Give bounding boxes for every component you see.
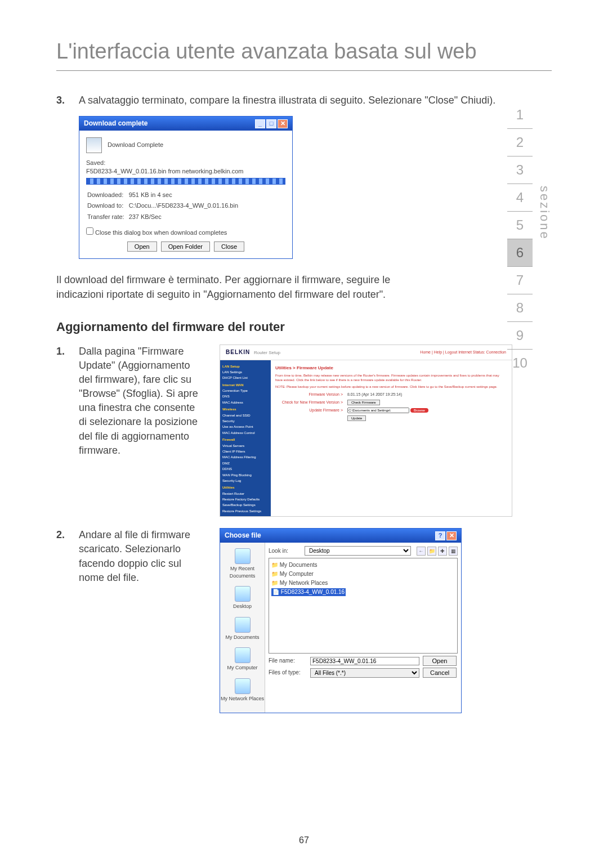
belkin-logo: BELKIN (226, 349, 250, 355)
help-icon[interactable]: ? (435, 531, 445, 540)
info-label: Transfer rate: (87, 212, 128, 222)
section-nav-5[interactable]: 5 (507, 212, 533, 239)
close-button[interactable]: Close (214, 241, 244, 252)
sidebar-head: LAN Setup (222, 363, 269, 369)
look-in-label: Look in: (269, 547, 302, 555)
section-nav-10[interactable]: 10 (507, 350, 533, 377)
place-icon (235, 586, 251, 602)
belkin-header-links[interactable]: Home | Help | Logout Internet Status: Co… (420, 350, 506, 355)
section-label: sezione (537, 186, 552, 240)
sidebar-head: Utilities (222, 484, 269, 490)
maximize-icon[interactable]: □ (266, 119, 276, 128)
firmware-path-input[interactable] (347, 408, 409, 413)
browse-button[interactable]: Browse (410, 408, 428, 413)
open-button[interactable]: Open (423, 656, 457, 666)
step-2: 2. Andare al file di firmware scaricato.… (56, 528, 203, 704)
list-item[interactable]: My Network Places (271, 579, 455, 588)
open-folder-button[interactable]: Open Folder (161, 241, 210, 252)
place-icon (235, 548, 251, 564)
section-nav-9[interactable]: 9 (507, 322, 533, 350)
file-name-input[interactable] (310, 657, 419, 665)
belkin-note-2: NOTE: Please backup your current setting… (275, 384, 507, 389)
after-download-paragraph: Il download del firmware è terminato. Pe… (56, 273, 417, 301)
sidebar-item[interactable]: Security (222, 418, 269, 424)
close-icon[interactable]: ✕ (446, 531, 457, 540)
close-when-done-checkbox[interactable]: Close this dialog box when download comp… (86, 227, 285, 237)
sidebar-item[interactable]: LAN Settings (222, 369, 269, 375)
file-type-select[interactable]: All Files (*.*) (310, 668, 419, 678)
open-button[interactable]: Open (127, 241, 157, 252)
views-icon[interactable]: ▦ (449, 547, 458, 556)
fw-version-value: 8.01.15 (Apr 14 2007 19:25:14) (347, 392, 402, 397)
sidebar-head: Firewall (222, 436, 269, 442)
section-nav-6[interactable]: 6 (507, 239, 533, 267)
sidebar-item[interactable]: Restore Previous Settings (222, 508, 269, 514)
sidebar-item[interactable]: MAC Address Control (222, 430, 269, 436)
look-in-select[interactable]: Desktop (305, 546, 411, 556)
check-fw-label: Check for New Firmware Version > (275, 400, 343, 405)
step-1-text: Dalla pagina "Firmware Update" (Aggiorna… (79, 344, 203, 509)
sidebar-item[interactable]: Connection Type (222, 388, 269, 393)
sidebar-item[interactable]: Virtual Servers (222, 443, 269, 449)
file-list[interactable]: My DocumentsMy ComputerMy Network Places… (269, 558, 458, 654)
place-item[interactable]: My Computer (220, 647, 265, 672)
cancel-button[interactable]: Cancel (423, 668, 457, 678)
file-type-label: Files of type: (269, 669, 308, 677)
info-value: 951 KB in 4 sec (129, 190, 242, 200)
list-item[interactable]: 📄 F5D8233-4_WW_0.01.16 (271, 588, 455, 597)
sidebar-item[interactable]: MAC Address (222, 400, 269, 405)
section-nav-4[interactable]: 4 (507, 184, 533, 212)
back-icon[interactable]: ← (417, 547, 426, 556)
list-item[interactable]: My Documents (271, 561, 455, 570)
section-nav-1[interactable]: 1 (507, 101, 533, 129)
sidebar-item[interactable]: WAN Ping Blocking (222, 472, 269, 478)
step-1: 1. Dalla pagina "Firmware Update" (Aggio… (56, 344, 203, 509)
up-icon[interactable]: 📁 (427, 547, 436, 556)
sidebar-item[interactable]: Client IP Filters (222, 449, 269, 454)
sidebar-item[interactable]: DDNS (222, 466, 269, 472)
place-item[interactable]: My Recent Documents (220, 548, 265, 579)
close-icon[interactable]: ✕ (278, 119, 288, 128)
download-info-table: Downloaded:951 KB in 4 secDownload to:C:… (86, 189, 243, 223)
section-nav-8[interactable]: 8 (507, 294, 533, 322)
check-firmware-button[interactable]: Check Firmware (347, 400, 380, 405)
section-nav-7[interactable]: 7 (507, 267, 533, 294)
page-number: 67 (299, 835, 309, 845)
belkin-sidebar[interactable]: LAN SetupLAN SettingsDHCP Client ListInt… (220, 360, 271, 517)
sidebar-item[interactable]: Restart Router (222, 491, 269, 496)
belkin-breadcrumb: Utilities > Firmware Update (275, 365, 507, 371)
sidebar-item[interactable]: DMZ (222, 460, 269, 466)
update-fw-label: Update Firmware > (275, 408, 343, 413)
download-heading: Download Complete (108, 141, 163, 149)
sidebar-item[interactable]: Use as Access Point (222, 424, 269, 429)
step-2-text: Andare al file di firmware scaricato. Se… (79, 528, 203, 704)
sidebar-item[interactable]: Restore Factory Defaults (222, 496, 269, 502)
update-button[interactable]: Update (347, 415, 366, 421)
sidebar-item[interactable]: Channel and SSID (222, 413, 269, 418)
sidebar-item[interactable]: Save/Backup Settings (222, 502, 269, 508)
file-name-label: File name: (269, 657, 308, 665)
section-nav-2[interactable]: 2 (507, 129, 533, 156)
sidebar-item[interactable]: Security Log (222, 478, 269, 484)
minimize-icon[interactable]: _ (255, 119, 265, 128)
belkin-note-1: From time to time, Belkin may release ne… (275, 373, 507, 383)
sidebar-item[interactable]: DHCP Client List (222, 375, 269, 381)
step-2-number: 2. (56, 528, 79, 704)
step-1-number: 1. (56, 344, 79, 509)
step-3-number: 3. (56, 93, 79, 108)
new-folder-icon[interactable]: ✚ (438, 547, 447, 556)
section-nav-3[interactable]: 3 (507, 156, 533, 184)
page-title: L'interfaccia utente avanzata basata sul… (56, 0, 552, 71)
place-item[interactable]: Desktop (220, 586, 265, 610)
info-value: C:\Docu...\F5D8233-4_WW_0.01.16.bin (129, 201, 242, 211)
place-item[interactable]: My Network Places (220, 678, 265, 703)
sidebar-item[interactable]: MAC Address Filtering (222, 454, 269, 460)
place-icon (235, 678, 251, 694)
choose-file-titlebar: Choose file ? ✕ (220, 529, 461, 543)
sidebar-item[interactable]: DNS (222, 393, 269, 399)
choose-file-dialog: Choose file ? ✕ My Recent DocumentsDeskt… (220, 528, 462, 713)
list-item[interactable]: My Computer (271, 570, 455, 579)
places-bar[interactable]: My Recent DocumentsDesktopMy DocumentsMy… (220, 543, 265, 713)
place-item[interactable]: My Documents (220, 617, 265, 641)
dialog-titlebar: Download complete _ □ ✕ (79, 117, 292, 131)
